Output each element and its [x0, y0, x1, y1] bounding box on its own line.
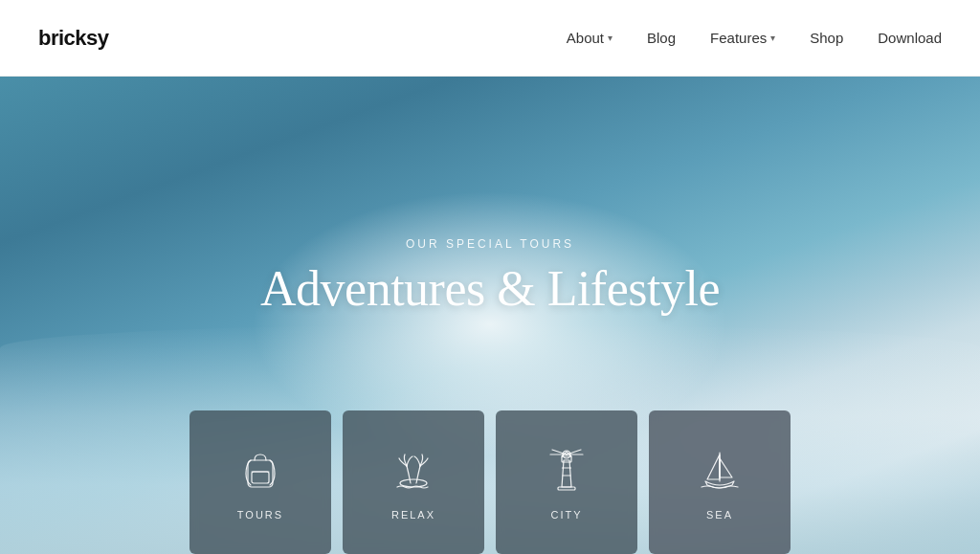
category-label-relax: RELAX	[391, 509, 435, 521]
hero-section: OUR SPECIAL TOURS Adventures & Lifestyle…	[0, 77, 980, 554]
category-card-relax[interactable]: RELAX	[343, 410, 484, 554]
beach-icon	[389, 444, 438, 494]
category-label-tours: TOURS	[237, 509, 283, 521]
chevron-down-icon: ▾	[608, 33, 612, 43]
category-row: TOURS RELAX	[189, 410, 791, 554]
nav-item-download[interactable]: Download	[878, 30, 942, 46]
nav-label: About	[567, 30, 604, 46]
nav-item-features[interactable]: Features▾	[710, 30, 775, 46]
chevron-down-icon: ▾	[770, 33, 775, 43]
hero-content: OUR SPECIAL TOURS Adventures & Lifestyle	[260, 237, 720, 317]
nav-label: Shop	[810, 30, 843, 46]
category-card-tours[interactable]: TOURS	[189, 410, 331, 554]
logo[interactable]: bricksy	[38, 26, 109, 51]
nav-item-about[interactable]: About▾	[567, 30, 612, 46]
backpack-icon	[235, 444, 285, 494]
lighthouse-icon	[542, 444, 591, 494]
nav-label: Blog	[647, 30, 676, 46]
header: bricksy About▾BlogFeatures▾ShopDownload	[0, 0, 980, 77]
category-card-city[interactable]: CITY	[496, 410, 637, 554]
svg-point-3	[400, 479, 427, 487]
svg-rect-1	[252, 472, 269, 483]
nav-item-blog[interactable]: Blog	[647, 30, 676, 46]
svg-rect-8	[558, 487, 575, 490]
nav-label: Download	[878, 30, 942, 46]
category-label-city: CITY	[550, 509, 582, 521]
main-nav: About▾BlogFeatures▾ShopDownload	[567, 30, 942, 46]
nav-item-shop[interactable]: Shop	[810, 30, 843, 46]
category-card-sea[interactable]: SEA	[649, 410, 791, 554]
svg-line-9	[552, 450, 567, 454]
hero-subtitle: OUR SPECIAL TOURS	[260, 237, 720, 251]
nav-label: Features	[710, 30, 767, 46]
svg-line-10	[567, 450, 581, 454]
sailboat-icon	[695, 444, 745, 494]
hero-title: Adventures & Lifestyle	[260, 260, 720, 317]
category-label-sea: SEA	[706, 509, 733, 521]
